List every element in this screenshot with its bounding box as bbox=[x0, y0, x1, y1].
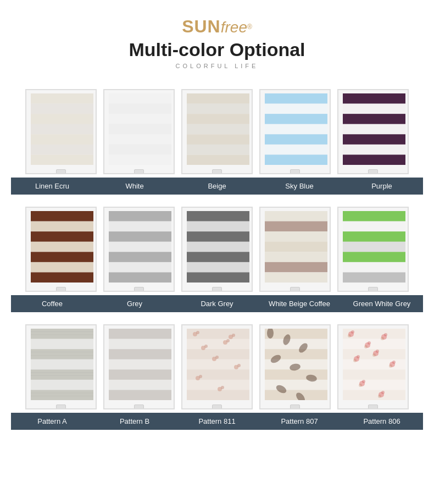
svg-rect-9 bbox=[109, 114, 171, 124]
blind-pull-pattern-b bbox=[134, 405, 144, 409]
svg-rect-14 bbox=[187, 93, 249, 104]
svg-rect-42 bbox=[109, 211, 171, 221]
svg-rect-57 bbox=[265, 221, 327, 232]
row-1-grid bbox=[11, 201, 423, 295]
svg-rect-64 bbox=[343, 221, 405, 232]
brand-reg: ® bbox=[247, 23, 252, 31]
label-bar-2: Pattern APattern BPattern 811Pattern 807… bbox=[11, 413, 423, 430]
blind-pull-coffee bbox=[56, 287, 66, 292]
svg-rect-31 bbox=[343, 124, 405, 135]
label-grey: Grey bbox=[97, 300, 172, 308]
blind-pull-pattern-811 bbox=[212, 405, 222, 409]
svg-rect-88 bbox=[109, 359, 171, 370]
main-title: Multi-color Optional bbox=[129, 39, 305, 60]
svg-rect-66 bbox=[343, 242, 405, 252]
svg-rect-35 bbox=[31, 211, 93, 221]
svg-rect-50 bbox=[187, 221, 249, 232]
blind-item-grey[interactable] bbox=[102, 207, 176, 292]
label-bar-1: CoffeeGreyDark GreyWhite Beige CoffeeGre… bbox=[11, 295, 423, 312]
svg-point-151 bbox=[353, 359, 357, 362]
svg-rect-121 bbox=[265, 369, 327, 380]
blind-pull-linen-ecru bbox=[56, 169, 66, 174]
svg-rect-43 bbox=[109, 221, 171, 232]
blind-frame-pattern-806 bbox=[337, 324, 409, 409]
label-bar-0: Linen EcruWhiteBeigeSky BluePurple bbox=[11, 178, 423, 195]
blind-visual-white bbox=[109, 93, 169, 167]
svg-rect-0 bbox=[31, 93, 93, 104]
svg-rect-74 bbox=[31, 369, 93, 380]
svg-point-113 bbox=[221, 386, 224, 389]
svg-point-148 bbox=[381, 337, 384, 340]
svg-rect-99 bbox=[187, 390, 249, 400]
blind-item-beige[interactable] bbox=[180, 89, 254, 174]
blind-item-pattern-a[interactable] bbox=[24, 324, 98, 409]
svg-rect-34 bbox=[343, 154, 405, 165]
blind-pull-sky-blue bbox=[290, 169, 300, 174]
blind-frame-linen-ecru bbox=[25, 89, 97, 174]
svg-rect-85 bbox=[109, 329, 171, 339]
blind-visual-dark-grey bbox=[187, 211, 247, 285]
svg-rect-15 bbox=[187, 104, 249, 114]
label-pattern-b: Pattern B bbox=[97, 417, 172, 425]
svg-rect-68 bbox=[343, 262, 405, 273]
blind-pull-pattern-806 bbox=[368, 405, 378, 409]
sub-title: COLORFUL LIFE bbox=[129, 63, 305, 69]
svg-point-145 bbox=[364, 345, 368, 348]
blind-item-pattern-b[interactable] bbox=[102, 324, 176, 409]
svg-rect-13 bbox=[109, 154, 171, 165]
svg-rect-3 bbox=[31, 124, 93, 135]
svg-rect-29 bbox=[343, 104, 405, 114]
svg-rect-56 bbox=[265, 211, 327, 221]
svg-rect-117 bbox=[265, 329, 327, 339]
label-gwg: Green White Grey bbox=[344, 300, 419, 308]
blind-item-pattern-807[interactable] bbox=[258, 324, 332, 409]
svg-rect-137 bbox=[343, 369, 405, 380]
svg-rect-138 bbox=[343, 380, 405, 390]
label-sky-blue: Sky Blue bbox=[262, 182, 337, 190]
svg-rect-136 bbox=[343, 359, 405, 370]
svg-rect-75 bbox=[31, 380, 93, 390]
blind-item-wbc[interactable] bbox=[258, 207, 332, 292]
svg-point-111 bbox=[199, 375, 202, 378]
blind-visual-pattern-b bbox=[109, 329, 169, 402]
blind-item-purple[interactable] bbox=[336, 89, 410, 174]
svg-point-115 bbox=[232, 334, 235, 337]
svg-point-156 bbox=[392, 361, 396, 364]
blind-item-pattern-811[interactable] bbox=[180, 324, 254, 409]
svg-point-163 bbox=[378, 395, 381, 398]
svg-point-162 bbox=[381, 391, 385, 394]
svg-rect-69 bbox=[343, 272, 405, 283]
svg-rect-18 bbox=[187, 134, 249, 145]
blind-item-pattern-806[interactable] bbox=[336, 324, 410, 409]
blind-item-linen-ecru[interactable] bbox=[24, 89, 98, 174]
blind-item-sky-blue[interactable] bbox=[258, 89, 332, 174]
blind-item-white[interactable] bbox=[102, 89, 176, 174]
label-coffee: Coffee bbox=[15, 300, 90, 308]
blind-visual-purple bbox=[343, 93, 403, 167]
label-beige: Beige bbox=[180, 182, 254, 190]
svg-rect-73 bbox=[31, 359, 93, 370]
svg-rect-25 bbox=[265, 134, 327, 145]
svg-point-141 bbox=[351, 330, 354, 334]
blind-visual-wbc bbox=[265, 211, 325, 285]
blind-frame-sky-blue bbox=[259, 89, 331, 174]
svg-rect-4 bbox=[31, 134, 93, 145]
label-wbc: White Beige Coffee bbox=[262, 300, 337, 308]
brand-sun: SUN bbox=[182, 16, 221, 36]
svg-rect-7 bbox=[109, 93, 171, 104]
blind-item-dark-grey[interactable] bbox=[180, 207, 254, 292]
blind-item-coffee[interactable] bbox=[24, 207, 98, 292]
blind-visual-coffee bbox=[31, 211, 91, 285]
label-linen-ecru: Linen Ecru bbox=[15, 182, 90, 190]
blind-item-gwg[interactable] bbox=[336, 207, 410, 292]
svg-rect-21 bbox=[265, 93, 327, 104]
brand-free: free bbox=[221, 19, 247, 36]
svg-point-109 bbox=[237, 364, 241, 367]
svg-point-144 bbox=[368, 341, 371, 345]
blind-frame-pattern-807 bbox=[259, 324, 331, 409]
svg-point-105 bbox=[215, 356, 219, 359]
svg-rect-28 bbox=[343, 93, 405, 104]
svg-rect-61 bbox=[265, 262, 327, 273]
blind-frame-pattern-a bbox=[25, 324, 97, 409]
label-pattern-806: Pattern 806 bbox=[344, 417, 419, 425]
